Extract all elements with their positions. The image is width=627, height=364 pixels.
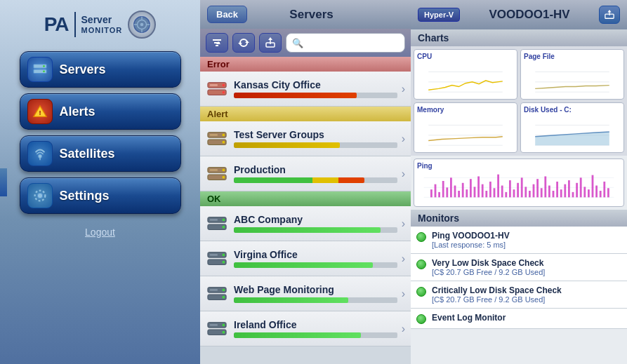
svg-rect-100 (509, 180, 511, 197)
svg-rect-60 (210, 323, 218, 325)
server-group-icon-ok3 (206, 283, 228, 305)
svg-rect-81 (435, 184, 437, 198)
server-item-kansas[interactable]: Kansas City Office › (200, 72, 411, 107)
monitor-eventlog-info: Event Log Monitor (432, 313, 506, 323)
server-abc-chevron: › (402, 217, 405, 230)
server-webmonitoring-chevron: › (402, 288, 405, 300)
left-panel: ‹ PA Server MONITOR (0, 0, 200, 364)
server-item-production[interactable]: Production › (200, 156, 411, 191)
left-nav-arrow[interactable]: ‹ (0, 168, 7, 196)
server-abc-bar (234, 227, 397, 233)
server-abc-info: ABC Company (234, 214, 397, 233)
server-item-ireland[interactable]: Ireland Office › (200, 311, 411, 346)
svg-rect-30 (210, 83, 218, 86)
nav-satellites-button[interactable]: Satellites (20, 135, 181, 172)
svg-rect-96 (494, 188, 496, 197)
diskused-chart-label: Disk Used - C: (524, 106, 621, 114)
nav-servers-button[interactable]: Servers (20, 51, 181, 88)
svg-rect-103 (521, 177, 523, 197)
svg-rect-99 (505, 192, 507, 197)
svg-rect-85 (450, 177, 452, 197)
filter-button[interactable] (206, 33, 228, 53)
search-box[interactable]: 🔍 (286, 33, 405, 53)
middle-panel: Back Servers (200, 0, 411, 364)
server-kansas-info: Kansas City Office (234, 79, 397, 98)
server-webmonitoring-bar (234, 297, 397, 303)
server-ireland-bar-fill (234, 332, 361, 338)
monitor-item-eventlog: Event Log Monitor (411, 309, 627, 329)
server-production-name: Production (234, 164, 397, 175)
svg-point-28 (223, 83, 225, 86)
svg-point-53 (223, 288, 225, 291)
svg-rect-120 (588, 189, 590, 197)
svg-rect-116 (572, 192, 574, 197)
memory-chart-area (417, 115, 514, 151)
pagefile-chart-area (524, 62, 621, 98)
svg-point-44 (223, 225, 225, 228)
svg-point-43 (223, 218, 225, 221)
nav-alerts-button[interactable]: ! Alerts (20, 93, 181, 130)
svg-point-9 (43, 65, 45, 67)
server-group-icon-alert1 (206, 128, 228, 150)
svg-point-58 (223, 323, 225, 326)
back-button[interactable]: Back (207, 6, 247, 23)
nav-settings-button[interactable]: Settings (20, 177, 181, 214)
server-kansas-bar (234, 93, 397, 98)
nav-alerts-label: Alerts (60, 105, 95, 119)
memory-chart-label: Memory (417, 106, 514, 114)
refresh-button[interactable] (232, 33, 255, 53)
server-group-icon-ok4 (206, 318, 228, 340)
svg-point-34 (223, 140, 225, 143)
logo-monitor: MONITOR (81, 26, 123, 34)
server-group-icon-error (206, 78, 228, 100)
svg-point-33 (223, 133, 225, 136)
svg-rect-118 (580, 177, 582, 197)
svg-rect-95 (489, 182, 491, 197)
svg-point-48 (223, 253, 225, 256)
server-item-abc[interactable]: ABC Company › (200, 206, 411, 241)
monitor-verylow-name: Very Low Disk Space Check (432, 258, 545, 268)
server-item-testgroups[interactable]: Test Server Groups › (200, 121, 411, 156)
satellites-icon (27, 141, 53, 166)
svg-rect-55 (210, 288, 218, 290)
svg-rect-123 (600, 191, 602, 197)
diskused-chart-area (524, 115, 621, 151)
server-ireland-name: Ireland Office (234, 319, 397, 330)
pagefile-chart-label: Page File (524, 53, 621, 60)
share-toolbar-button[interactable] (259, 33, 282, 53)
server-group-icon-ok1 (206, 213, 228, 235)
svg-rect-17 (213, 39, 221, 41)
svg-rect-102 (517, 183, 519, 198)
svg-rect-84 (446, 187, 448, 197)
monitor-item-ping: Ping VOODOO1-HV [Last response: 5 ms] (411, 227, 627, 254)
svg-rect-110 (548, 186, 550, 198)
server-abc-bar-fill (234, 227, 381, 233)
server-item-webmonitoring[interactable]: Web Page Monitoring › (200, 276, 411, 311)
server-webmonitoring-info: Web Page Monitoring (234, 284, 397, 303)
svg-rect-115 (568, 180, 570, 197)
svg-marker-22 (238, 43, 242, 45)
monitor-ping-name: Ping VOODOO1-HV (432, 231, 510, 241)
svg-marker-21 (245, 41, 249, 43)
error-section-header: Error (200, 57, 411, 72)
svg-point-54 (223, 295, 225, 298)
ok-section-header: OK (200, 191, 411, 206)
ping-chart-label: Ping (417, 162, 621, 170)
charts-grid: CPU Page File (411, 46, 627, 156)
server-production-bar (234, 177, 397, 183)
svg-rect-19 (216, 45, 218, 46)
svg-rect-97 (497, 175, 499, 198)
nav-satellites-label: Satellites (60, 147, 115, 161)
logo-pa: PA (44, 13, 69, 36)
logout-button[interactable]: Logout (85, 227, 115, 238)
monitor-ping-detail: [Last response: 5 ms] (432, 241, 510, 249)
right-share-button[interactable] (599, 6, 620, 24)
server-group-icon-alert2 (206, 163, 228, 185)
server-item-virginia[interactable]: Virgina Office › (200, 241, 411, 276)
server-testgroups-chevron: › (402, 133, 405, 145)
server-kansas-bar-fill (234, 93, 357, 98)
svg-point-49 (223, 260, 225, 263)
svg-rect-82 (438, 192, 440, 197)
logo-area: PA Server MONITOR (44, 11, 157, 39)
svg-rect-125 (607, 188, 609, 197)
